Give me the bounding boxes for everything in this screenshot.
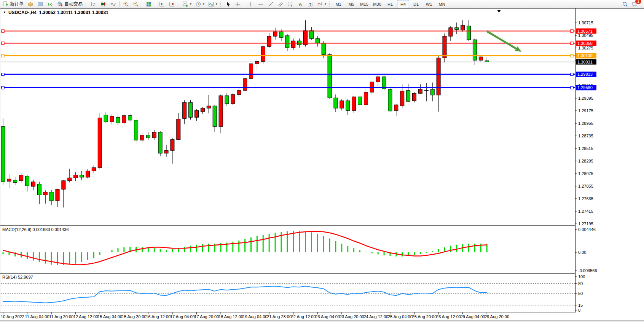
- bar-chart-button[interactable]: [89, 0, 98, 8]
- line-handle[interactable]: [571, 42, 573, 45]
- price-axis-label: 1.28075: [578, 171, 593, 176]
- candlestick-button[interactable]: [99, 0, 108, 8]
- toolbar: 新订单自动交易▾▾▾FAT▾M1M5M15M30H1H4D1W1MN1: [0, 0, 644, 8]
- play-l-icon: [169, 1, 175, 7]
- toolbar-separator: [119, 1, 120, 7]
- time-axis-label: 11 Aug 04:00: [25, 314, 49, 319]
- market-watch-button[interactable]: [26, 0, 35, 8]
- time-axis-label: 26 Aug 12:00: [436, 314, 461, 319]
- toolbar-separator: [86, 2, 87, 7]
- chevron-down-icon: ▾: [216, 2, 217, 6]
- line-handle[interactable]: [2, 30, 4, 32]
- new-chart-button[interactable]: ▾: [181, 0, 193, 8]
- tile-windows-button[interactable]: [144, 0, 153, 8]
- zoom-out-button[interactable]: [131, 0, 140, 8]
- autotrading-button[interactable]: 自动交易: [56, 0, 84, 8]
- candle-body: [358, 97, 362, 105]
- channel-icon: [277, 1, 284, 7]
- tf-m1[interactable]: M1: [332, 0, 344, 8]
- tf-d1[interactable]: D1: [410, 0, 422, 8]
- line-handle[interactable]: [2, 54, 4, 57]
- zoom-in-button[interactable]: [121, 0, 131, 8]
- trendline-button[interactable]: [266, 0, 275, 8]
- candle-icon: [100, 1, 106, 7]
- tf-m15-label: M15: [360, 2, 368, 6]
- indicator-icon: [208, 1, 214, 7]
- candle-body: [430, 89, 434, 95]
- tf-w1[interactable]: W1: [423, 0, 435, 8]
- line-handle[interactable]: [571, 54, 573, 57]
- candle-body: [26, 176, 29, 186]
- line-handle[interactable]: [2, 42, 4, 45]
- ohlc-values: 1.30052 1.30111 1.30031 1.30031: [39, 10, 108, 15]
- time-axis-label: 25 Aug 04:00: [388, 314, 413, 319]
- channel-button[interactable]: [276, 0, 285, 8]
- time-axis-label: 21 Aug 23:00: [267, 314, 292, 319]
- line-handle[interactable]: [571, 73, 573, 76]
- candle-body: [413, 93, 416, 101]
- line-handle[interactable]: [2, 86, 4, 89]
- hline-button[interactable]: [256, 0, 265, 8]
- fibonacci-button[interactable]: F: [286, 0, 295, 8]
- periods-button[interactable]: ▾: [194, 0, 206, 8]
- crosshair-button[interactable]: [233, 0, 242, 8]
- candle-body: [400, 91, 404, 106]
- candle-body: [49, 192, 53, 201]
- tf-m30[interactable]: M30: [371, 0, 383, 8]
- data-window-button[interactable]: [36, 0, 45, 8]
- text-button[interactable]: A: [296, 0, 305, 8]
- candle-body: [443, 36, 446, 58]
- candle-body: [116, 117, 120, 123]
- monitor-icon: [37, 1, 43, 7]
- cursor-button[interactable]: [223, 0, 233, 8]
- candle-body: [1, 126, 5, 182]
- candle-body: [316, 38, 319, 43]
- chart-menu-icon[interactable]: ▼: [3, 11, 6, 14]
- search-button[interactable]: [620, 0, 630, 8]
- tf-h1[interactable]: H1: [384, 0, 396, 8]
- chevron-down-icon: ▾: [325, 2, 326, 6]
- time-axis-label: 17 Aug 20:00: [194, 314, 219, 319]
- toolbar-separator: [329, 2, 331, 7]
- candle-body: [213, 106, 217, 126]
- signals-button[interactable]: [46, 0, 55, 8]
- candle-body: [104, 115, 108, 122]
- line-handle[interactable]: [571, 86, 573, 89]
- label-button[interactable]: T: [306, 0, 315, 8]
- price-axis-label: 1.27195: [578, 222, 593, 226]
- toolbar-separator: [178, 2, 179, 7]
- candle-body: [304, 30, 308, 45]
- tf-m15[interactable]: M15: [358, 0, 370, 8]
- candle-body: [406, 91, 410, 102]
- time-axis-label: 12 Aug 12:00: [73, 314, 98, 319]
- chat-button[interactable]: 1: [630, 0, 639, 8]
- arrows-icon: [317, 1, 323, 7]
- line-handle[interactable]: [2, 73, 4, 76]
- macd-indicator-label: MACD(12,26,9) 0.001683 0.001436: [2, 227, 69, 232]
- tf-d1-label: D1: [413, 2, 419, 6]
- candle-body: [279, 32, 283, 37]
- candle-body: [376, 77, 380, 82]
- auto-scroll-button[interactable]: [157, 0, 166, 8]
- clock-icon: [195, 1, 201, 7]
- line-chart-button[interactable]: [108, 0, 118, 8]
- candle-body: [146, 135, 150, 138]
- candle-body: [237, 91, 241, 95]
- line-handle[interactable]: [571, 30, 573, 32]
- arrows-button[interactable]: ▾: [316, 0, 328, 8]
- tf-h4[interactable]: H4: [397, 0, 409, 8]
- time-axis-label: 22 Aug 12:00: [291, 314, 316, 319]
- time-axis-label: 15 Aug 20:00: [122, 314, 147, 319]
- tf-m5[interactable]: M5: [345, 0, 357, 8]
- tf-mn[interactable]: MN: [436, 0, 448, 8]
- cube-yellow-icon: [27, 1, 33, 7]
- vline-button[interactable]: [246, 0, 255, 8]
- candle-body: [128, 116, 132, 120]
- candle-body: [267, 36, 271, 46]
- time-axis-label: 23 Aug 04:00: [315, 314, 340, 319]
- new-order-button[interactable]: 新订单: [1, 0, 25, 8]
- chart-shift-button[interactable]: [167, 0, 176, 8]
- svg-text:A: A: [299, 2, 302, 7]
- indicators-button[interactable]: ▾: [207, 0, 219, 8]
- svg-text:F: F: [291, 4, 293, 7]
